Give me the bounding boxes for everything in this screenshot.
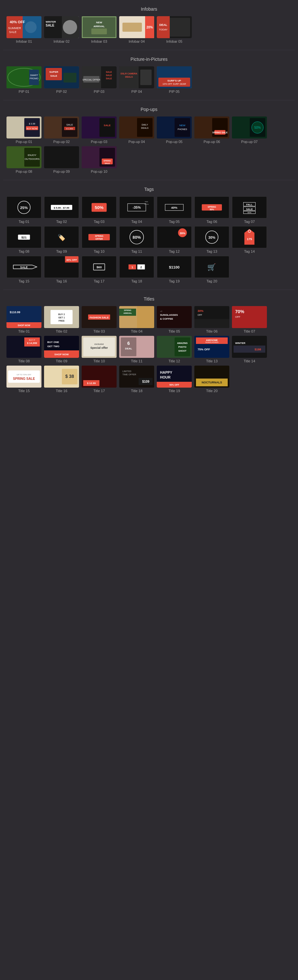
thumbnail: AWESOME SUNGLASSES 75% OFF <box>194 336 229 358</box>
svg-text:$ 14,999: $ 14,999 <box>27 342 37 345</box>
svg-text:SALE: SALE <box>105 162 110 164</box>
thumbnail: 25% <box>6 196 42 218</box>
list-item[interactable]: 80% Tag 11 <box>119 226 154 253</box>
thumbnail: $60 <box>82 256 117 278</box>
svg-text:50%: 50% <box>254 126 261 129</box>
list-item[interactable]: +2 SUNGLASSES & COFFEE Title 05 <box>157 306 192 333</box>
list-item[interactable]: 40% OFF Tag 16 <box>44 256 79 283</box>
svg-text:$ 1,999: $ 1,999 <box>66 128 73 130</box>
list-item[interactable]: $60 Tag 17 <box>82 256 117 283</box>
list-item[interactable]: $1100 Tag 19 <box>157 256 192 283</box>
svg-point-5 <box>25 21 37 33</box>
svg-text:SALE: SALE <box>106 71 112 73</box>
list-item[interactable]: 40% OFF SUMMER SALE Infobar 01 <box>6 16 42 43</box>
list-item[interactable]: Pop-up 09 <box>44 146 79 173</box>
popups-grid: $ 3.99 BUY NOW Pop-up 01 SALE $ 1,999 Po… <box>3 116 295 173</box>
list-item[interactable]: 40% Tag 05 <box>157 196 192 224</box>
list-item[interactable]: WINTER SALE Infobar 02 <box>44 16 79 43</box>
svg-rect-89 <box>44 146 79 168</box>
list-item[interactable]: FALL SALE 80% Tag 07 <box>232 196 267 224</box>
svg-text:WINTER: WINTER <box>46 21 56 23</box>
item-label: Title 13 <box>206 359 218 363</box>
list-item[interactable]: 50% Pop-up 07 <box>232 116 267 144</box>
thumbnail: 30% <box>194 226 229 248</box>
svg-text:SUNGLASSES: SUNGLASSES <box>205 341 219 343</box>
list-item[interactable]: DSLR CAMERA DEALS PIP 04 <box>119 66 154 94</box>
list-item[interactable]: ENJOY OUTDOORS Pop-up 08 <box>6 146 42 173</box>
svg-rect-183 <box>157 306 192 328</box>
list-item[interactable]: WINTER $198 Title 14 <box>232 336 267 363</box>
svg-text:HOUR: HOUR <box>160 375 170 379</box>
list-item[interactable]: $110.99 SHOP NOW Title 01 <box>6 306 42 333</box>
item-label: Tag 10 <box>94 250 104 253</box>
thumbnail: 40% <box>157 196 192 218</box>
list-item[interactable]: 6 DEAL Title 11 <box>119 336 154 363</box>
list-item[interactable]: BUY IT $ 14,999 Title 08 <box>6 336 42 363</box>
list-item[interactable]: 🏷️ Tag 09 <box>44 226 79 253</box>
list-item[interactable]: SURF'S UP 10% OFF SURF GEAR PIP 05 <box>157 66 192 94</box>
item-label: Title 20 <box>206 389 218 393</box>
list-item[interactable]: BUY ONE GET TWO SHOP NOW Title 09 <box>44 336 79 363</box>
list-item[interactable]: FASHION SALE Title 03 <box>82 306 117 333</box>
list-item[interactable]: $ 3.99 BUY NOW Pop-up 01 <box>6 116 42 144</box>
item-label: Title 18 <box>131 389 143 393</box>
item-label: Title 05 <box>168 329 180 333</box>
item-label: Title 09 <box>56 359 67 363</box>
list-item[interactable]: SPRING ARRIVAL Title 04 <box>119 306 154 333</box>
svg-text:75% OFF: 75% OFF <box>197 348 210 351</box>
item-label: Infobar 03 <box>91 40 107 43</box>
list-item[interactable]: -35% was more Tag 04 <box>119 196 154 224</box>
list-item[interactable]: SUPER SALE PIP 02 <box>44 66 79 94</box>
item-label: Title 03 <box>93 329 105 333</box>
svg-text:SUPER: SUPER <box>49 70 58 73</box>
list-item[interactable]: 30% Tag 13 <box>194 226 229 253</box>
svg-text:PROMO: PROMO <box>30 77 38 80</box>
list-item[interactable]: SPRING OFFER Tag 10 <box>82 226 117 253</box>
svg-text:ARRIVAL: ARRIVAL <box>94 25 105 28</box>
list-item[interactable]: SALE SALE SALE SPECIAL OFFER PIP 03 <box>82 66 117 94</box>
svg-text:DEAL: DEAL <box>125 347 132 350</box>
list-item[interactable]: DEAL TODAY Infobar 05 <box>157 16 192 43</box>
item-label: Tag 05 <box>169 220 179 224</box>
list-item[interactable]: exclusive Special offer Title 10 <box>82 336 117 363</box>
list-item[interactable]: SPRING 50% Tag 06 <box>194 196 229 224</box>
thumbnail: 80% <box>119 226 154 248</box>
list-item[interactable]: DAILY DEALS Pop-up 04 <box>119 116 154 144</box>
list-item[interactable]: SALE $ 1,999 Pop-up 02 <box>44 116 79 144</box>
list-item[interactable]: BUY 2 GET 1 FREE Title 02 <box>44 306 79 333</box>
list-item[interactable]: 30% OFF Title 06 <box>194 306 229 333</box>
list-item[interactable]: $21 Tag 08 <box>6 226 42 253</box>
list-item[interactable]: LIMITED TIME OFFER $109 Title 18 <box>119 366 154 393</box>
list-item[interactable]: 1 2 Tag 18 <box>119 256 154 283</box>
list-item[interactable]: SALE Tag 15 <box>6 256 42 283</box>
list-item[interactable]: 175 Tag 14 <box>232 226 267 253</box>
item-label: Tag 17 <box>94 279 104 283</box>
list-item[interactable]: 50% Tag 03 <box>82 196 117 224</box>
svg-text:$ 38: $ 38 <box>65 374 74 379</box>
thumbnail: BUY 2 GET 1 FREE <box>44 306 79 328</box>
svg-text:exclusive: exclusive <box>95 343 104 345</box>
list-item[interactable]: UP TO 70% OFF SPRING SALE Title 15 <box>6 366 42 393</box>
list-item[interactable]: HAPPY HOUR 50% OFF Title 19 <box>157 366 192 393</box>
list-item[interactable]: SPRING SALE Pop-up 06 <box>194 116 229 144</box>
list-item[interactable]: NOCTURNALS Title 20 <box>194 366 229 393</box>
svg-text:39%: 39% <box>180 232 186 235</box>
list-item[interactable]: $ 5.99 - $7.99 Tag 02 <box>44 196 79 224</box>
list-item[interactable]: NEW ARRIVAL Infobar 03 <box>82 16 117 43</box>
item-label: Tag 03 <box>94 220 104 224</box>
list-item[interactable]: 25% Tag 01 <box>6 196 42 224</box>
list-item[interactable]: AWESOME SUNGLASSES 75% OFF Title 13 <box>194 336 229 363</box>
list-item[interactable]: AMAZING PHOTO SHOOT Title 12 <box>157 336 192 363</box>
thumbnail: exclusive Special offer <box>82 336 117 358</box>
list-item[interactable]: 70% OFF Title 07 <box>232 306 267 333</box>
list-item[interactable]: $ 38 Title 16 <box>44 366 79 393</box>
list-item[interactable]: SMART PROMO PIP 01 <box>6 66 42 94</box>
list-item[interactable]: 🛒 Tag 20 <box>194 256 229 283</box>
list-item[interactable]: 39% Tag 12 <box>157 226 192 253</box>
list-item[interactable]: 20% Infobar 04 <box>119 16 154 43</box>
item-label: Title 06 <box>206 329 218 333</box>
list-item[interactable]: $ 12.99 Title 17 <box>82 366 117 393</box>
list-item[interactable]: SALE Pop-up 03 <box>82 116 117 144</box>
list-item[interactable]: SPRING SALE Pop-up 10 <box>82 146 117 173</box>
list-item[interactable]: NEW PHONES Pop-up 05 <box>157 116 192 144</box>
